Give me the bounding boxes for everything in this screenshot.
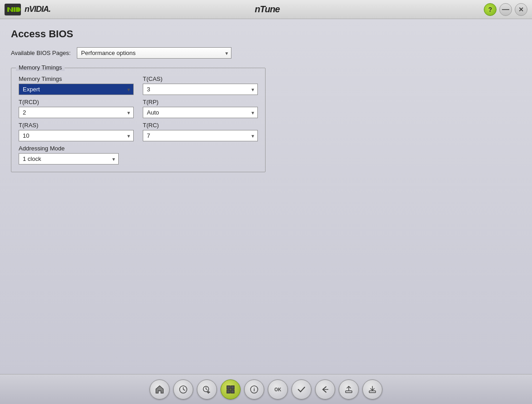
- trc-label: T(RC): [143, 122, 258, 129]
- svg-rect-9: [227, 390, 230, 393]
- addressing-mode-select[interactable]: 1 clock 2 clock Auto: [19, 153, 119, 165]
- svg-rect-8: [231, 386, 234, 389]
- title-bar-left: nVIDIA.: [5, 4, 50, 15]
- title-bar: nVIDIA. nTune ? — ✕: [0, 0, 532, 19]
- nvidia-logo: [5, 4, 21, 15]
- svg-rect-14: [346, 391, 352, 393]
- home-button[interactable]: [150, 379, 170, 399]
- trcd-field: T(RCD) 2 3 4 Auto: [19, 99, 134, 118]
- minimize-button[interactable]: —: [499, 3, 512, 16]
- svg-rect-7: [227, 386, 230, 389]
- trc-field: T(RC) 7 6 8 Auto: [143, 122, 258, 141]
- brand-label: nVIDIA.: [25, 5, 50, 14]
- tras-select-wrapper: 10 8 9 11 12 Auto: [19, 130, 134, 141]
- timings-grid: Memory Timings Expert Auto Manual T(CAS)…: [19, 75, 258, 141]
- memory-timings-select-wrapper: Expert Auto Manual: [19, 84, 134, 95]
- grid-button[interactable]: [221, 379, 241, 399]
- addressing-mode-row: Addressing Mode 1 clock 2 clock Auto: [19, 145, 258, 165]
- download-button[interactable]: [362, 379, 382, 399]
- addressing-mode-select-wrapper: 1 clock 2 clock Auto: [19, 153, 119, 165]
- memory-timings-group: Memory Timings Memory Timings Expert Aut…: [11, 68, 266, 172]
- info-button[interactable]: i: [244, 379, 264, 399]
- clock-settings-button[interactable]: [197, 379, 217, 399]
- svg-line-6: [206, 389, 207, 390]
- trcd-label: T(RCD): [19, 99, 134, 105]
- addressing-mode-label: Addressing Mode: [19, 145, 258, 152]
- app-name-label: nTune: [255, 4, 280, 14]
- back-button[interactable]: [315, 379, 335, 399]
- trc-select[interactable]: 7 6 8 Auto: [143, 130, 258, 141]
- upload-button[interactable]: [339, 379, 359, 399]
- trcd-select[interactable]: 2 3 4 Auto: [19, 107, 134, 118]
- trp-label: T(RP): [143, 99, 258, 105]
- bios-pages-select-wrapper: Performance options Memory Timings CPU S…: [77, 47, 231, 59]
- check-button[interactable]: [291, 379, 311, 399]
- app-title: nTune: [255, 4, 280, 15]
- tras-select[interactable]: 10 8 9 11 12 Auto: [19, 130, 134, 141]
- page-title: Access BIOS: [11, 28, 521, 40]
- tcas-select-wrapper: 3 2 2.5 Auto: [143, 84, 258, 95]
- bottom-toolbar: i OK: [0, 374, 532, 404]
- memory-timings-select[interactable]: Expert Auto Manual: [19, 84, 134, 95]
- ok-button[interactable]: OK: [268, 379, 288, 399]
- svg-line-3: [183, 389, 185, 390]
- tras-label: T(RAS): [19, 122, 134, 129]
- main-content: Access BIOS Available BIOS Pages: Perfor…: [0, 19, 532, 374]
- tcas-select[interactable]: 3 2 2.5 Auto: [143, 84, 258, 95]
- trcd-select-wrapper: 2 3 4 Auto: [19, 107, 134, 118]
- svg-rect-15: [369, 391, 376, 393]
- tcas-field: T(CAS) 3 2 2.5 Auto: [143, 75, 258, 95]
- memory-timings-field: Memory Timings Expert Auto Manual: [19, 75, 134, 95]
- memory-timings-label: Memory Timings: [19, 75, 134, 82]
- svg-text:OK: OK: [275, 387, 282, 392]
- svg-text:i: i: [253, 387, 255, 392]
- group-box-legend: Memory Timings: [16, 64, 65, 71]
- help-button[interactable]: ?: [484, 3, 497, 16]
- title-bar-controls: ? — ✕: [484, 3, 527, 16]
- trp-field: T(RP) Auto 2 3 4: [143, 99, 258, 118]
- trp-select-wrapper: Auto 2 3 4: [143, 107, 258, 118]
- bios-pages-label: Available BIOS Pages:: [11, 50, 70, 56]
- tcas-label: T(CAS): [143, 75, 258, 82]
- tras-field: T(RAS) 10 8 9 11 12 Auto: [19, 122, 134, 141]
- close-button[interactable]: ✕: [515, 3, 527, 16]
- trp-select[interactable]: Auto 2 3 4: [143, 107, 258, 118]
- bios-pages-select[interactable]: Performance options Memory Timings CPU S…: [77, 47, 231, 59]
- clock-button[interactable]: [173, 379, 193, 399]
- bios-pages-row: Available BIOS Pages: Performance option…: [11, 47, 521, 59]
- svg-rect-10: [231, 390, 234, 393]
- trc-select-wrapper: 7 6 8 Auto: [143, 130, 258, 141]
